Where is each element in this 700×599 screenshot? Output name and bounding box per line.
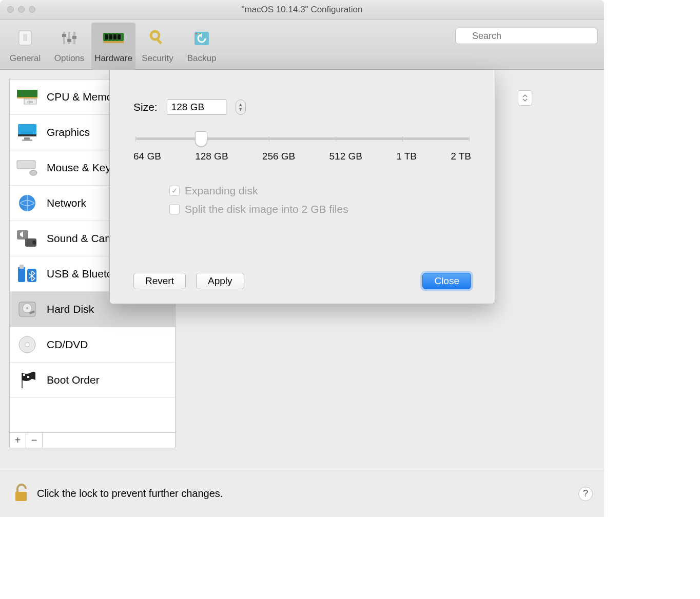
sheet-buttons: Revert Apply Close bbox=[133, 273, 471, 289]
sliders-icon bbox=[57, 26, 82, 50]
tab-label: Hardware bbox=[94, 53, 132, 64]
svg-rect-12 bbox=[113, 34, 116, 39]
svg-rect-30 bbox=[17, 161, 35, 169]
sidebar-item-label: CD/DVD bbox=[47, 338, 88, 351]
disk-options: ✓ Expanding disk Split the disk image in… bbox=[133, 185, 471, 215]
svg-rect-36 bbox=[18, 267, 25, 282]
tick-label: 128 GB bbox=[195, 151, 228, 162]
tick-label: 256 GB bbox=[262, 151, 295, 162]
sidebar-item-label: Graphics bbox=[47, 126, 90, 138]
svg-point-41 bbox=[26, 307, 28, 309]
chevron-updown-icon bbox=[522, 94, 528, 102]
size-slider[interactable]: 64 GB 128 GB 256 GB 512 GB 1 TB 2 TB bbox=[133, 133, 471, 169]
titlebar: "macOS 10.14.3" Configuration bbox=[0, 0, 604, 19]
hard-disk-icon bbox=[15, 297, 40, 322]
svg-rect-27 bbox=[18, 134, 36, 136]
tab-options[interactable]: Options bbox=[47, 23, 91, 70]
svg-rect-13 bbox=[118, 34, 121, 39]
slider-thumb[interactable] bbox=[195, 131, 207, 147]
tick-label: 512 GB bbox=[329, 151, 362, 162]
search-input[interactable] bbox=[455, 28, 598, 44]
sidebar-item-label: Hard Disk bbox=[47, 303, 94, 315]
tab-hardware[interactable]: Hardware bbox=[91, 23, 135, 70]
svg-rect-5 bbox=[62, 34, 66, 37]
size-stepper[interactable]: ▲ ▼ bbox=[236, 99, 246, 115]
tab-general[interactable]: General bbox=[3, 23, 47, 70]
tab-security[interactable]: Security bbox=[135, 23, 180, 70]
close-button[interactable]: Close bbox=[422, 273, 471, 289]
svg-rect-11 bbox=[109, 34, 112, 39]
switch-icon bbox=[13, 26, 37, 50]
tab-label: General bbox=[10, 53, 41, 64]
footer: Click the lock to prevent further change… bbox=[0, 470, 604, 517]
svg-rect-3 bbox=[68, 32, 70, 44]
svg-rect-1 bbox=[23, 34, 27, 41]
sidebar-item-label: Boot Order bbox=[47, 374, 100, 386]
tab-label: Options bbox=[54, 53, 85, 64]
tick-label: 64 GB bbox=[133, 151, 161, 162]
help-button[interactable]: ? bbox=[578, 487, 593, 501]
checkbox-unchecked-icon bbox=[169, 204, 180, 214]
ram-chip-icon: cpu bbox=[15, 85, 40, 109]
monitor-icon bbox=[15, 120, 40, 145]
svg-rect-18 bbox=[198, 33, 199, 34]
svg-rect-10 bbox=[105, 34, 108, 39]
size-input[interactable] bbox=[167, 99, 226, 115]
toolbar: General Options Hardware Security Backup bbox=[0, 19, 604, 70]
search-container bbox=[455, 28, 598, 44]
split-disk-checkbox[interactable]: Split the disk image into 2 GB files bbox=[169, 203, 471, 215]
ram-icon bbox=[101, 26, 126, 50]
svg-rect-6 bbox=[67, 39, 71, 42]
svg-rect-17 bbox=[196, 33, 197, 34]
svg-rect-23 bbox=[17, 97, 37, 98]
expanding-disk-checkbox[interactable]: ✓ Expanding disk bbox=[169, 185, 471, 197]
add-device-button[interactable]: + bbox=[10, 433, 26, 448]
sidebar-footer: + − bbox=[10, 432, 175, 448]
backup-icon bbox=[189, 26, 214, 50]
checkbox-label: Expanding disk bbox=[185, 185, 258, 197]
svg-point-44 bbox=[25, 343, 29, 347]
checkbox-label: Split the disk image into 2 GB files bbox=[185, 203, 348, 215]
size-row: Size: ▲ ▼ bbox=[133, 99, 471, 115]
svg-rect-9 bbox=[103, 41, 124, 43]
key-icon bbox=[145, 26, 170, 50]
svg-rect-48 bbox=[15, 492, 27, 501]
usb-bluetooth-icon bbox=[15, 262, 40, 286]
svg-rect-19 bbox=[200, 33, 201, 34]
revert-button[interactable]: Revert bbox=[133, 273, 186, 289]
tick-label: 2 TB bbox=[451, 151, 471, 162]
window-title: "macOS 10.14.3" Configuration bbox=[0, 5, 604, 15]
keyboard-mouse-icon bbox=[15, 155, 40, 180]
svg-rect-29 bbox=[22, 139, 32, 141]
svg-rect-46 bbox=[23, 374, 25, 376]
remove-device-button[interactable]: − bbox=[26, 433, 43, 448]
checkbox-checked-icon: ✓ bbox=[169, 186, 180, 196]
lock-icon[interactable] bbox=[11, 482, 30, 506]
svg-point-31 bbox=[30, 170, 37, 175]
sound-camera-icon bbox=[15, 226, 40, 251]
svg-rect-37 bbox=[20, 265, 24, 269]
svg-rect-22 bbox=[17, 90, 37, 97]
svg-point-35 bbox=[32, 241, 36, 245]
svg-rect-7 bbox=[72, 36, 76, 39]
sidebar-item-cd-dvd[interactable]: CD/DVD bbox=[10, 327, 175, 363]
config-window: "macOS 10.14.3" Configuration General Op… bbox=[0, 0, 604, 517]
lock-text: Click the lock to prevent further change… bbox=[37, 488, 223, 500]
svg-rect-47 bbox=[27, 376, 29, 378]
tick-label: 1 TB bbox=[396, 151, 417, 162]
tab-label: Security bbox=[142, 53, 173, 64]
svg-rect-28 bbox=[24, 137, 30, 139]
tab-backup[interactable]: Backup bbox=[180, 23, 224, 70]
disk-size-sheet: Size: ▲ ▼ 64 GB 128 GB 256 GB 5 bbox=[109, 70, 495, 304]
sidebar-item-boot-order[interactable]: Boot Order bbox=[10, 363, 175, 398]
apply-button[interactable]: Apply bbox=[196, 273, 244, 289]
svg-text:cpu: cpu bbox=[27, 100, 33, 104]
flag-icon bbox=[15, 368, 40, 392]
disc-icon bbox=[15, 332, 40, 357]
source-popup[interactable] bbox=[518, 90, 532, 106]
size-label: Size: bbox=[133, 101, 158, 113]
svg-point-14 bbox=[151, 31, 159, 39]
globe-icon bbox=[15, 191, 40, 215]
svg-rect-2 bbox=[63, 32, 65, 44]
slider-ticks bbox=[135, 136, 469, 146]
